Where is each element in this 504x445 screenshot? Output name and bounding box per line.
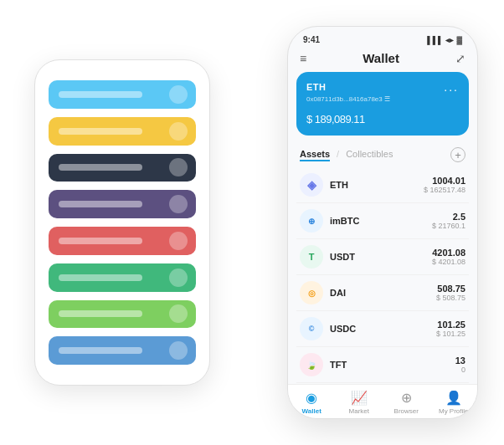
asset-values-usdt: 4201.08 $ 4201.08 [432,248,465,266]
page-title: Wallet [363,51,399,65]
status-time: 9:41 [303,35,320,44]
usdc-amount: 101.25 [436,320,465,330]
asset-values-eth: 1004.01 $ 162517.48 [424,176,465,194]
bg-card-7 [49,300,196,329]
phone-header: ≡ Wallet ⤢ [288,48,477,72]
usdt-amount: 4201.08 [432,248,465,258]
nav-bar: ◉ Wallet 📈 Market ⊕ Browser 👤 My Profile [288,384,477,418]
currency-symbol: $ [306,113,312,125]
usdc-usd: $ 101.25 [436,330,465,338]
asset-list: ◈ ETH 1004.01 $ 162517.48 ⊕ imBTC 2.5 $ … [288,167,477,384]
asset-name-usdc: USDC [330,324,436,334]
asset-values-imbtc: 2.5 $ 21760.1 [432,212,465,230]
wallet-options-button[interactable]: ... [444,80,459,94]
asset-name-dai: DAI [330,288,436,298]
signal-icon: ▌▌▌ [427,36,443,44]
eth-icon: ◈ [300,173,323,197]
tab-assets[interactable]: Assets [300,149,330,161]
bg-card-1 [49,80,196,109]
bg-card-8 [49,336,196,365]
nav-item-wallet[interactable]: ◉ Wallet [288,390,336,415]
scene: 9:41 ▌▌▌ ◂▸ ▓ ≡ Wallet ⤢ ETH ... 0x08711… [9,9,495,436]
bg-card-3 [49,154,196,182]
menu-icon[interactable]: ≡ [300,52,306,65]
tft-icon: 🍃 [300,353,323,376]
status-bar: 9:41 ▌▌▌ ◂▸ ▓ [288,27,477,48]
nav-item-market[interactable]: 📈 Market [336,390,383,415]
wallet-card[interactable]: ETH ... 0x08711d3b...8416a78e3 ☰ $189,08… [296,72,469,136]
asset-name-usdt: USDT [330,252,432,262]
add-asset-button[interactable]: + [450,147,465,162]
battery-icon: ▓ [456,36,462,44]
bg-card-4 [49,190,196,218]
asset-name-imbtc: imBTC [330,216,432,226]
nav-label-wallet: Wallet [302,407,321,415]
usdc-icon: © [300,317,323,340]
market-nav-icon: 📈 [351,390,368,406]
asset-values-dai: 508.75 $ 508.75 [436,284,465,302]
wallet-coin-label: ETH [306,82,327,92]
wifi-icon: ◂▸ [445,36,454,44]
background-phone [34,59,210,386]
asset-item-usdc[interactable]: © USDC 101.25 $ 101.25 [296,311,469,347]
tft-usd: 0 [455,366,465,374]
bg-card-6 [49,263,196,292]
eth-amount: 1004.01 [424,176,465,186]
expand-icon[interactable]: ⤢ [455,52,465,65]
imbtc-usd: $ 21760.1 [432,222,465,230]
asset-tabs: Assets / Collectibles [300,149,393,161]
balance-amount: 189,089.11 [315,113,365,125]
wallet-balance: $189,089.11 [306,108,459,127]
wallet-card-top: ETH ... [306,80,459,94]
dai-amount: 508.75 [436,284,465,294]
imbtc-amount: 2.5 [432,212,465,222]
asset-item-tft[interactable]: 🍃 TFT 13 0 [296,347,469,383]
tab-collectibles[interactable]: Collectibles [346,149,393,161]
tab-separator: / [337,149,339,161]
assets-header: Assets / Collectibles + [288,142,477,167]
profile-nav-icon: 👤 [445,390,462,406]
asset-name-eth: ETH [330,180,424,190]
usdt-usd: $ 4201.08 [432,258,465,266]
wallet-nav-icon: ◉ [306,390,317,406]
bg-card-2 [49,117,196,146]
usdt-icon: T [300,245,323,269]
imbtc-icon: ⊕ [300,209,323,233]
nav-label-browser: Browser [394,407,419,415]
nav-label-market: Market [349,407,369,415]
dai-icon: ◎ [300,281,323,304]
wallet-address: 0x08711d3b...8416a78e3 ☰ [306,95,459,103]
asset-values-tft: 13 0 [455,355,465,374]
status-icons: ▌▌▌ ◂▸ ▓ [427,36,462,44]
dai-usd: $ 508.75 [436,294,465,302]
browser-nav-icon: ⊕ [401,390,412,406]
nav-item-browser[interactable]: ⊕ Browser [383,390,430,415]
asset-item-usdt[interactable]: T USDT 4201.08 $ 4201.08 [296,239,469,275]
asset-name-tft: TFT [330,360,455,370]
asset-values-usdc: 101.25 $ 101.25 [436,320,465,338]
asset-item-dai[interactable]: ◎ DAI 508.75 $ 508.75 [296,275,469,311]
bg-card-5 [49,227,196,255]
asset-item-imbtc[interactable]: ⊕ imBTC 2.5 $ 21760.1 [296,203,469,239]
nav-item-profile[interactable]: 👤 My Profile [430,390,478,415]
eth-usd: $ 162517.48 [424,186,465,194]
nav-label-profile: My Profile [439,407,469,415]
asset-item-eth[interactable]: ◈ ETH 1004.01 $ 162517.48 [296,167,469,203]
tft-amount: 13 [455,355,465,366]
foreground-phone: 9:41 ▌▌▌ ◂▸ ▓ ≡ Wallet ⤢ ETH ... 0x08711… [287,26,478,419]
